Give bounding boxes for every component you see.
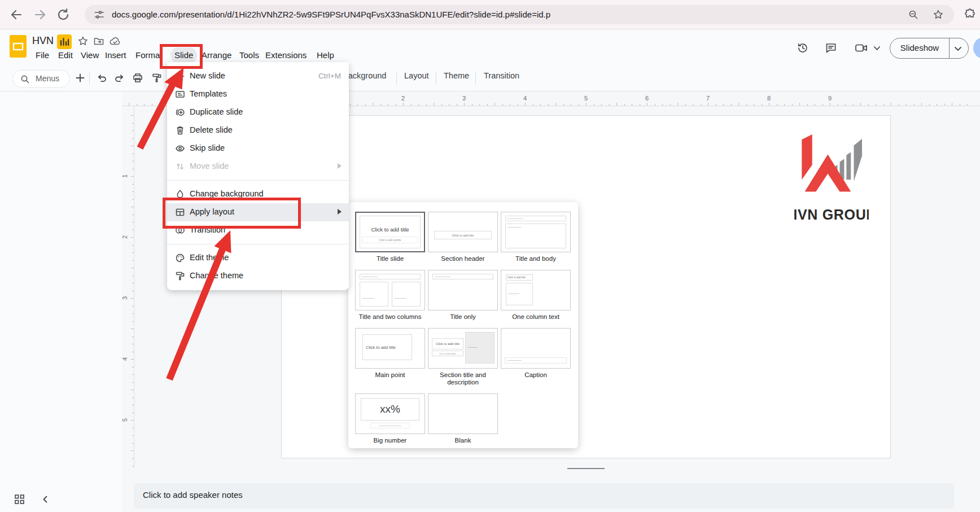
meet-camera-icon[interactable] — [854, 42, 869, 54]
layout-option-big-number[interactable]: xx% Big number — [355, 393, 425, 444]
toolbar-layout-button[interactable]: Layout — [404, 71, 429, 80]
layout-thumbnail-title-two-columns[interactable] — [355, 270, 425, 310]
menu-arrange[interactable]: Arrange — [198, 47, 235, 63]
hvn-group-logo[interactable] — [794, 132, 869, 226]
bookmark-star-icon[interactable] — [933, 9, 944, 20]
ruler-tick — [132, 344, 134, 344]
reload-icon[interactable] — [56, 7, 71, 22]
ruler-tick — [132, 313, 134, 314]
layout-thumbnail-one-column[interactable]: Click to add title — [501, 270, 571, 310]
layout-thumbnail-main-point[interactable]: Click to add title — [355, 328, 425, 369]
ruler-number: 3 — [462, 95, 466, 102]
menu-help[interactable]: Help — [313, 47, 338, 63]
menu-edit[interactable]: Edit — [54, 47, 77, 63]
menu-item-new-slide[interactable]: New slideCtrl+M — [167, 67, 349, 85]
layout-option-section-header[interactable]: Click to add titleSection header — [428, 212, 498, 262]
slideshow-dropdown-caret-icon[interactable] — [955, 47, 961, 51]
comments-icon[interactable] — [825, 42, 837, 54]
ruler-tick — [131, 450, 134, 451]
site-settings-icon[interactable] — [94, 9, 105, 20]
layout-thumbnail-big-number[interactable]: xx% — [355, 393, 425, 434]
collapse-filmstrip-icon[interactable] — [41, 495, 49, 504]
menu-item-duplicate-slide[interactable]: Duplicate slide — [167, 103, 349, 121]
doc-title[interactable]: HVN — [32, 35, 54, 47]
toolbar-theme-button[interactable]: Theme — [444, 71, 469, 80]
toolbar-background-button[interactable]: Background — [343, 71, 386, 80]
url-bar[interactable]: docs.google.com/presentation/d/1Hi22hVNh… — [85, 5, 954, 24]
menu-item-change-theme[interactable]: Change theme — [167, 267, 349, 285]
avatar[interactable] — [973, 37, 980, 59]
ruler-tick — [144, 104, 145, 106]
layout-thumbnail-caption[interactable] — [501, 328, 571, 369]
templates-icon — [174, 89, 186, 100]
layout-thumbnail-title-only[interactable] — [428, 270, 498, 310]
menu-item-edit-theme[interactable]: Edit theme — [167, 249, 349, 267]
layout-option-main-point[interactable]: Click to add titleMain point — [355, 328, 425, 386]
search-menus-label: Menus — [36, 74, 59, 83]
ruler-tick — [738, 103, 739, 106]
ruler-tick — [708, 103, 708, 106]
layout-option-caption[interactable]: Caption — [501, 328, 571, 386]
toolbar-transition-button[interactable]: Transition — [484, 71, 519, 80]
redo-icon[interactable] — [113, 72, 125, 84]
layout-option-one-column[interactable]: Click to add title One column text — [501, 270, 571, 321]
star-icon[interactable] — [77, 36, 89, 47]
menu-extensions[interactable]: Extensions — [261, 47, 310, 63]
undo-icon[interactable] — [97, 72, 108, 84]
paint-format-icon[interactable] — [151, 72, 163, 84]
annotation-box-apply-layout — [163, 198, 301, 229]
ruler-tick — [132, 184, 134, 185]
ruler-tick — [132, 405, 134, 405]
layout-thumbnail-section-title-description[interactable]: Click to add title Click to add subtitle — [428, 328, 498, 369]
menu-item-delete-slide[interactable]: Delete slide — [167, 121, 349, 139]
menu-insert[interactable]: Insert — [101, 47, 130, 63]
layout-option-section-title-description[interactable]: Click to add title Click to add subtitle… — [428, 328, 498, 386]
back-icon[interactable] — [9, 7, 24, 22]
ruler-tick — [132, 367, 134, 367]
menu-item-templates[interactable]: Templates — [167, 85, 349, 103]
layout-name: Title only — [428, 313, 498, 321]
new-slide-plus-icon[interactable] — [75, 72, 86, 84]
duplicate-icon — [174, 107, 186, 118]
speaker-notes[interactable]: Click to add speaker notes — [134, 483, 954, 509]
ruler-tick — [731, 104, 732, 106]
ruler-tick — [388, 104, 388, 106]
ruler-tick — [396, 104, 396, 106]
search-menus-button[interactable]: Menus — [12, 70, 70, 87]
layout-option-title-only[interactable]: Title only — [428, 270, 498, 321]
ruler-tick — [380, 104, 381, 106]
grid-view-icon[interactable] — [14, 494, 25, 505]
ruler-tick — [132, 291, 134, 291]
cloud-saved-icon[interactable] — [109, 36, 121, 47]
ruler-tick — [502, 104, 503, 106]
layout-option-blank[interactable]: Blank — [428, 393, 498, 444]
zoom-icon[interactable] — [908, 9, 919, 20]
slideshow-button[interactable]: Slideshow — [890, 38, 969, 59]
layout-name: Blank — [428, 437, 498, 444]
layout-thumbnail-section-header[interactable]: Click to add title — [428, 212, 498, 252]
layout-thumbnail-title-body[interactable] — [501, 212, 571, 252]
ruler-tick — [677, 103, 678, 106]
ruler-tick — [853, 104, 854, 106]
notes-resize-handle[interactable] — [567, 468, 605, 469]
print-icon[interactable] — [132, 72, 143, 84]
camera-dropdown-caret-icon[interactable] — [874, 46, 880, 51]
layout-thumbnail-title-slide[interactable]: Click to add title Click to add subtitle — [355, 212, 425, 252]
layout-option-title-body[interactable]: Title and body — [501, 212, 571, 262]
move-folder-icon[interactable] — [93, 36, 104, 47]
toolbar: Menus BackgroundLayoutThemeTransition — [0, 63, 980, 91]
menu-file[interactable]: File — [32, 47, 53, 63]
version-history-icon[interactable] — [797, 42, 809, 54]
ruler-tick — [132, 154, 134, 154]
ruler-tick — [762, 104, 762, 106]
menu-item-skip-slide[interactable]: Skip slide — [167, 139, 349, 157]
layout-option-title-slide[interactable]: Click to add title Click to add subtitle… — [355, 212, 425, 262]
menu-tools[interactable]: Tools — [235, 47, 263, 63]
extensions-puzzle-icon[interactable] — [963, 8, 977, 21]
forward-icon[interactable] — [33, 7, 47, 22]
layout-option-title-two-columns[interactable]: Title and two columns — [355, 270, 425, 321]
ruler-tick — [159, 103, 160, 106]
ruler-tick — [548, 104, 549, 106]
menu-view[interactable]: View — [77, 47, 103, 63]
layout-thumbnail-blank[interactable] — [428, 393, 498, 434]
